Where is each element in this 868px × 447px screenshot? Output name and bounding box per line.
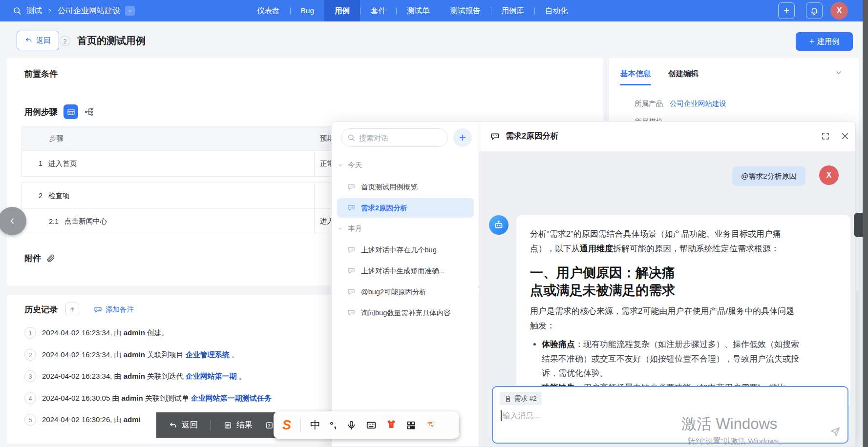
history-number: 1 — [24, 327, 36, 339]
chat-item-label: 询问bug数量需补充具体内容 — [361, 308, 451, 318]
step-text: 点击新闻中心 — [64, 217, 107, 226]
notification-bell-button[interactable] — [806, 2, 823, 19]
capture-back-label: 返回 — [182, 420, 198, 430]
history-action: 创建。 — [147, 328, 169, 337]
case-id-badge: 2 — [60, 36, 70, 46]
send-button[interactable] — [830, 426, 841, 437]
ai-paragraph: 分析“需求2”的原因需结合具体场景（如产品功能、业务目标或用户痛点），以下从通用… — [530, 227, 796, 256]
comment-icon — [94, 305, 102, 314]
step-number: 2.1 — [49, 218, 59, 225]
user-chat-avatar: X — [819, 165, 839, 185]
window-scrollbar[interactable] — [863, 0, 868, 447]
breadcrumb-project[interactable]: 公司企业网站建设 — [58, 6, 120, 16]
capture-back-button[interactable]: 返回 — [169, 420, 198, 430]
tab-case[interactable]: 用例 — [324, 0, 360, 21]
ai-chat-overlay: + 今天 首页测试用例概览 需求2原因分析 本月 上述对话中存在几个bug — [331, 121, 856, 447]
chat-group-today[interactable]: 今天 — [338, 161, 362, 170]
keyboard-icon[interactable] — [366, 420, 377, 430]
tab-testtask[interactable]: 测试单 — [397, 0, 440, 21]
group-label: 今天 — [348, 161, 362, 170]
comment-icon — [347, 183, 355, 191]
chat-group-month[interactable]: 本月 — [338, 224, 362, 233]
plus-icon: + — [809, 37, 815, 47]
nav-tabs: 仪表盘 Bug 用例 套件 测试单 测试报告 用例库 自动化 — [247, 0, 578, 21]
breadcrumb: 测试 公司企业网站建设 — [13, 0, 135, 21]
history-number: 5 — [24, 414, 36, 426]
history-time: 2024-04-02 16:30:26, 由 — [42, 415, 122, 424]
table-view-button[interactable] — [64, 104, 78, 119]
dock-handle[interactable] — [854, 213, 863, 237]
microphone-icon[interactable] — [346, 420, 357, 430]
toolbox-grid-icon[interactable] — [406, 420, 416, 430]
tab-dashboard[interactable]: 仪表盘 — [247, 0, 290, 21]
fullscreen-button[interactable] — [821, 132, 830, 141]
paperclip-icon[interactable] — [46, 254, 55, 263]
step-number: 2 — [39, 192, 42, 200]
history-link[interactable]: 企业网站第一期 — [186, 372, 237, 380]
history-user: admi — [124, 415, 141, 424]
windows-activation-watermark-line2: 转到“设置”以激活 Windows。 — [688, 436, 786, 447]
tab-suite[interactable]: 套件 — [360, 0, 396, 21]
precondition-title: 前置条件 — [24, 68, 58, 80]
emoji-face-icon[interactable] — [425, 419, 436, 431]
text-caret — [501, 410, 502, 421]
search-icon — [347, 134, 355, 142]
attachment-title: 附件 — [24, 253, 41, 264]
chat-search-box[interactable] — [341, 128, 448, 147]
tree-icon — [84, 107, 94, 117]
page-title: 首页的测试用例 — [77, 34, 146, 47]
chat-item-bug2-analysis[interactable]: @bug2可能原因分析 — [337, 282, 474, 302]
capture-result-button[interactable]: 结果 — [224, 420, 253, 430]
history-link[interactable]: 企业管理系统 — [186, 350, 230, 359]
breadcrumb-app[interactable]: 测试 — [26, 6, 42, 16]
tab-basic-info[interactable]: 基本信息 — [620, 69, 651, 85]
steps-title: 用例步骤 — [24, 106, 58, 118]
create-case-button[interactable]: + 建用例 — [796, 32, 853, 51]
product-field-value[interactable]: 公司企业网站建设 — [670, 99, 726, 108]
add-button[interactable]: + — [778, 2, 795, 19]
chat-item-bug-detail[interactable]: 询问bug数量需补充具体内容 — [337, 303, 474, 323]
context-chip-label: 需求 #2 — [514, 394, 537, 403]
collapse-history-button[interactable] — [65, 303, 79, 316]
close-chat-button[interactable] — [841, 132, 849, 141]
project-switcher-dropdown[interactable] — [125, 6, 135, 16]
chat-item-summary[interactable]: 上述对话中生成短而准确... — [337, 261, 474, 281]
panel-collapse-chevron[interactable] — [835, 69, 843, 77]
skin-shirt-icon[interactable] — [386, 419, 397, 431]
comment-icon — [347, 267, 355, 275]
chat-search-input[interactable] — [359, 134, 432, 142]
history-title: 历史记录 — [24, 304, 58, 315]
chat-item-label: 上述对话中存在几个bug — [361, 245, 437, 255]
history-link[interactable]: 企业网站第一期测试任务 — [191, 394, 272, 402]
history-item: 3 2024-04-02 16:23:34, 由admin关联到迭代企业网站第一… — [24, 369, 248, 384]
search-icon[interactable] — [13, 6, 21, 15]
ime-punctuation-toggle[interactable]: °, — [330, 420, 337, 430]
history-time: 2024-04-02 16:23:34, 由 — [42, 372, 122, 380]
chat-item-requirement2-analysis[interactable]: 需求2原因分析 — [337, 198, 474, 218]
chevron-down-icon — [338, 163, 343, 168]
ime-chinese-mode[interactable]: 中 — [310, 418, 320, 432]
user-avatar[interactable]: X — [830, 2, 848, 20]
history-number: 4 — [24, 392, 36, 404]
add-note-label: 添加备注 — [106, 305, 134, 314]
tree-view-button[interactable] — [84, 107, 94, 117]
history-item: 5 2024-04-02 16:30:26, 由admi — [24, 412, 143, 427]
message-input-placeholder: 输入消息... — [503, 411, 540, 421]
context-chip[interactable]: 需求 #2 — [500, 392, 542, 405]
new-chat-button[interactable]: + — [453, 128, 472, 147]
add-note-button[interactable]: 添加备注 — [94, 305, 134, 314]
sogou-logo[interactable]: S — [282, 418, 291, 433]
tab-automation[interactable]: 自动化 — [535, 0, 578, 21]
message-input-box[interactable]: 需求 #2 输入消息... — [492, 386, 848, 444]
back-button[interactable]: 返回 — [17, 31, 59, 50]
tab-bug[interactable]: Bug — [291, 0, 325, 21]
step-text: 进入首页 — [48, 159, 77, 168]
comment-icon — [347, 204, 355, 212]
user-message-bubble: @需求2分析原因 — [732, 166, 805, 186]
tab-testreport[interactable]: 测试报告 — [440, 0, 491, 21]
chat-item-overview[interactable]: 首页测试用例概览 — [337, 177, 474, 197]
capture-tool-icon[interactable] — [265, 421, 274, 429]
chat-item-bug-count[interactable]: 上述对话中存在几个bug — [337, 240, 474, 260]
tab-create-edit[interactable]: 创建编辑 — [668, 69, 699, 85]
tab-caselib[interactable]: 用例库 — [491, 0, 535, 21]
